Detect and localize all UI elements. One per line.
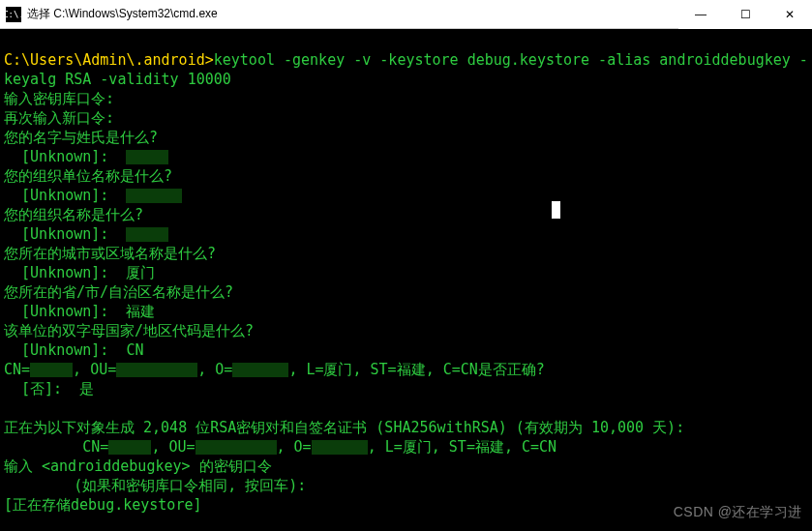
prompt-question: 该单位的双字母国家/地区代码是什么? xyxy=(4,322,254,339)
redacted-value xyxy=(126,150,168,164)
prompt-question: 您的组织单位名称是什么? xyxy=(4,167,172,185)
gen-line: 正在为以下对象生成 2,048 位RSA密钥对和自签名证书 (SHA256wit… xyxy=(4,419,684,436)
gen-dn-line: CN=, OU=, O=, L=厦门, ST=福建, C=CN xyxy=(4,438,556,456)
window-title: 选择 C:\Windows\System32\cmd.exe xyxy=(27,6,678,22)
prompt-answer: [Unknown]: xyxy=(4,187,126,204)
title-bar: C:\. 选择 C:\Windows\System32\cmd.exe — ☐ … xyxy=(0,0,812,29)
prompt-answer: [Unknown]: CN xyxy=(4,341,144,359)
prompt-answer: [Unknown]: xyxy=(4,148,126,165)
confirm-line: [否]: 是 xyxy=(4,380,94,398)
maximize-button[interactable]: ☐ xyxy=(723,0,767,29)
redacted-value xyxy=(126,189,182,203)
redacted-value xyxy=(126,227,168,242)
cmd-icon: C:\. xyxy=(6,7,21,22)
redacted-value xyxy=(108,440,151,455)
redacted-value xyxy=(30,363,73,377)
pass-prompt: 输入 <androiddebugkey> 的密钥口令 xyxy=(4,457,272,475)
prompt-question: 您所在的省/市/自治区名称是什么? xyxy=(4,283,233,301)
minimize-button[interactable]: — xyxy=(678,0,723,29)
prompt-path: C:\Users\Admin\.android> xyxy=(4,51,214,69)
text-cursor xyxy=(552,201,560,219)
prompt-question: 您的组织名称是什么? xyxy=(4,206,143,223)
terminal-output[interactable]: C:\Users\Admin\.android>keytool -genkey … xyxy=(0,29,812,531)
pass-hint: (如果和密钥库口令相同, 按回车): xyxy=(4,477,306,494)
prompt-answer: [Unknown]: 厦门 xyxy=(4,264,155,281)
prompt-question: 您的名字与姓氏是什么? xyxy=(4,129,158,146)
prompt-answer: [Unknown]: 福建 xyxy=(4,303,155,320)
watermark: CSDN @还在学习进 xyxy=(674,502,802,521)
redacted-value xyxy=(312,440,368,455)
redacted-value xyxy=(232,363,288,377)
redacted-value xyxy=(195,440,277,455)
dn-line: CN=, OU=, O=, L=厦门, ST=福建, C=CN是否正确? xyxy=(4,361,545,378)
line: 输入密钥库口令: xyxy=(4,90,114,107)
prompt-question: 您所在的城市或区域名称是什么? xyxy=(4,245,216,262)
redacted-value xyxy=(116,363,197,377)
prompt-answer: [Unknown]: xyxy=(4,225,126,243)
window-controls: — ☐ ✕ xyxy=(678,0,812,29)
store-line: [正在存储debug.keystore] xyxy=(4,496,202,514)
close-button[interactable]: ✕ xyxy=(767,0,812,29)
line: 再次输入新口令: xyxy=(4,109,114,127)
